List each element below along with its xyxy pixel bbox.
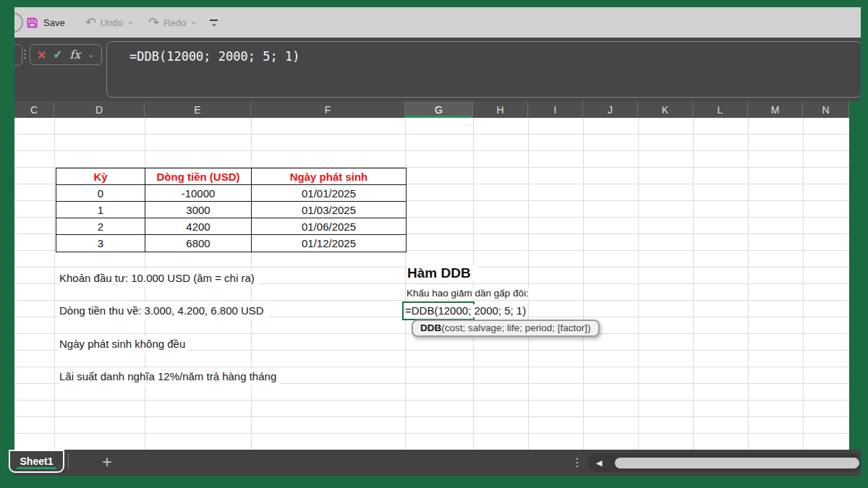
tab-bar-kebab-icon[interactable]: ⋮ [571,450,583,476]
column-header-F[interactable]: F [251,101,405,118]
gridline [473,118,474,450]
table-cell[interactable]: 6800 [145,235,252,252]
confirm-icon[interactable]: ✓ [53,49,62,61]
save-button[interactable]: Save [26,7,65,38]
quick-access-toolbar: Save ↶ Undo ⌄ ↷ Redo ⌄ ⌄ [14,7,861,38]
gridline [583,118,584,450]
formula-text: =DDB(12000; 2000; 5; 1) [129,49,299,64]
scroll-left-icon[interactable]: ◀ [596,453,602,472]
tooltip-function-args: (cost; salvage; life; period; [factor]) [441,322,590,333]
horizontal-scrollbar-thumb[interactable] [615,458,859,468]
add-sheet-button[interactable]: + [98,450,116,476]
table-header-ky: Kỳ [56,168,145,185]
table-cell[interactable]: 4200 [145,218,252,235]
sheet-tab-bar: + ⋮ ◀ [14,450,861,476]
tab-divider [68,453,69,469]
note-irregular-dates[interactable]: Ngày phát sinh không đều [59,335,189,353]
table-cell[interactable]: 01/03/2025 [252,202,406,218]
cashflow-table: Kỳ Dòng tiền (USD) Ngày phát sinh 0 -100… [56,168,407,252]
note-investment[interactable]: Khoản đầu tư: 10.000 USD (âm = chi ra) [59,270,258,287]
column-header-I[interactable]: I [528,101,583,118]
gridline [638,118,639,450]
excel-window: Save ↶ Undo ⌄ ↷ Redo ⌄ ⌄ ⋮ × ✓ fx ⌄ =DDB… [0,0,868,488]
customize-toolbar-button[interactable]: ⌄ [210,20,218,26]
function-argument-tooltip: DDB(cost; salvage; life; period; [factor… [412,320,600,337]
active-cell-editing[interactable]: =DDB(12000; 2000; 5; 1) [402,301,475,320]
formula-controls: × ✓ fx ⌄ [30,44,102,65]
function-chevron-icon[interactable]: ⌄ [88,50,94,59]
undo-icon: ↶ [85,16,96,29]
table-cell[interactable]: 01/06/2025 [252,218,406,235]
undo-dropdown-chevron-icon[interactable]: ⌄ [127,17,134,26]
active-cell-formula: =DDB(12000; 2000; 5; 1) [405,304,526,317]
table-cell[interactable]: 1 [56,202,145,218]
undo-label: Undo [101,17,123,28]
table-cell[interactable]: 3 [56,235,145,252]
insert-function-icon[interactable]: fx [69,48,80,61]
redo-dropdown-chevron-icon[interactable]: ⌄ [190,17,197,26]
table-cell[interactable]: 01/12/2025 [252,235,406,252]
formula-bar-region: ⋮ × ✓ fx ⌄ =DDB(12000; 2000; 5; 1) [14,38,861,101]
cancel-icon[interactable]: × [38,48,46,62]
column-header-C[interactable]: C [14,101,54,118]
column-header-K[interactable]: K [638,101,693,118]
column-header-G-selected[interactable]: G [405,101,473,118]
column-headers: C D E F G H I J K L M N [14,101,849,118]
column-header-E[interactable]: E [145,101,251,118]
table-cell[interactable]: 2 [56,218,145,235]
column-header-L[interactable]: L [693,101,748,118]
column-header-N[interactable]: N [803,101,849,118]
column-header-J[interactable]: J [583,101,638,118]
undo-button[interactable]: ↶ Undo ⌄ [85,16,134,29]
table-header-dongtien: Dòng tiền (USD) [145,168,252,185]
table-cell[interactable]: -10000 [145,185,252,202]
redo-button[interactable]: ↷ Redo ⌄ [148,16,197,29]
sheet-tab-label: Sheet1 [20,455,54,467]
ddb-section-title: Hàm DDB [407,265,477,281]
note-cashflows[interactable]: Dòng tiền thu về: 3.000, 4.200, 6.800 US… [59,302,268,320]
note-nominal-rate[interactable]: Lãi suất danh nghĩa 12%/năm trả hàng thá… [59,368,280,385]
gridline [528,118,529,450]
gridline [693,118,694,450]
table-cell[interactable]: 01/01/2025 [252,185,406,202]
column-header-D[interactable]: D [54,101,145,118]
table-cell[interactable]: 3000 [145,202,252,218]
ddb-section-subtitle: Khấu hao giảm dần gấp đôi: [407,288,533,299]
horizontal-scrollbar[interactable]: ◀ [587,453,861,472]
customize-toolbar-chevron-icon: ⌄ [210,20,218,26]
redo-icon: ↷ [148,16,159,29]
save-label: Save [43,17,65,28]
sheet-tab-active[interactable]: Sheet1 [9,450,64,473]
active-tab-underline [17,467,56,470]
gridline [803,118,804,450]
table-cell[interactable]: 0 [56,185,145,202]
gridline [748,118,749,450]
table-header-ngayphatsinh: Ngày phát sinh [252,168,406,185]
autosave-partial-icon [14,12,23,33]
formula-input[interactable]: =DDB(12000; 2000; 5; 1) [106,41,861,98]
save-floppy-icon [26,17,38,29]
redo-label: Redo [163,17,186,28]
formula-bar-kebab-icon[interactable]: ⋮ [20,48,30,61]
column-header-M[interactable]: M [748,101,803,118]
tooltip-function-name: DDB [420,322,441,333]
column-header-H[interactable]: H [473,101,528,118]
gridline [54,118,55,450]
